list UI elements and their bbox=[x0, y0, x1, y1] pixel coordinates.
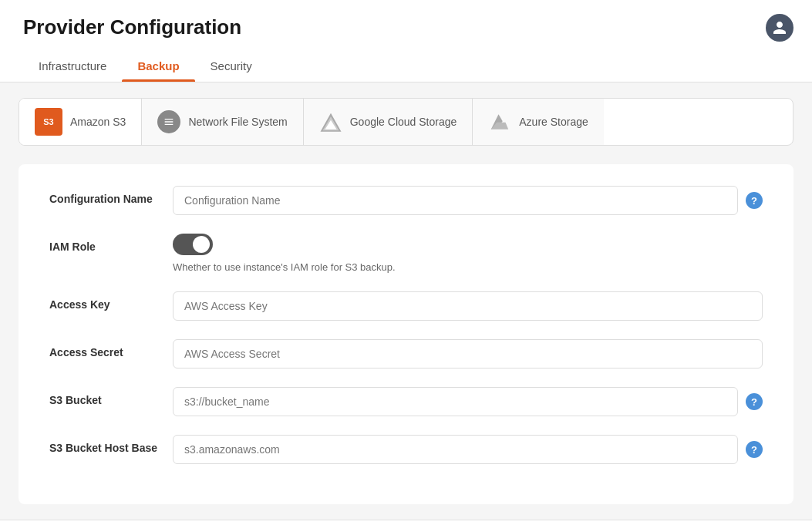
toggle-knob bbox=[193, 236, 210, 253]
configuration-name-help-icon[interactable]: ? bbox=[746, 192, 763, 209]
iam-role-label: IAM Role bbox=[49, 234, 173, 255]
configuration-name-label: Configuration Name bbox=[49, 186, 173, 207]
s3-bucket-host-base-wrap: ? bbox=[173, 435, 763, 464]
form-area: Configuration Name ? IAM Role Whether to… bbox=[19, 164, 793, 504]
top-tabs: Infrastructure Backup Security bbox=[23, 52, 789, 82]
access-key-input[interactable] bbox=[173, 291, 763, 321]
configuration-name-row: Configuration Name ? bbox=[49, 186, 763, 215]
page-title: Provider Configuration bbox=[23, 15, 789, 39]
s3-bucket-help-icon[interactable]: ? bbox=[746, 393, 763, 410]
provider-tab-label-amazon-s3: Amazon S3 bbox=[70, 116, 126, 128]
s3-bucket-row: S3 Bucket ? bbox=[49, 387, 763, 416]
tab-infrastructure[interactable]: Infrastructure bbox=[23, 52, 122, 82]
access-key-wrap bbox=[173, 291, 763, 321]
configuration-name-wrap: ? bbox=[173, 186, 763, 215]
gcs-icon bbox=[319, 111, 342, 133]
access-key-label: Access Key bbox=[49, 291, 173, 313]
s3-bucket-label: S3 Bucket bbox=[49, 387, 173, 409]
provider-tab-azure[interactable]: Azure Storage bbox=[473, 99, 604, 145]
footer: Cancel Save bbox=[0, 520, 812, 525]
tab-security[interactable]: Security bbox=[195, 52, 268, 82]
provider-tab-label-azure: Azure Storage bbox=[519, 115, 588, 129]
s3-bucket-host-base-input[interactable] bbox=[173, 435, 738, 464]
access-secret-wrap bbox=[173, 339, 763, 369]
provider-tab-amazon-s3[interactable]: S3 Amazon S3 bbox=[19, 99, 142, 145]
amazon-s3-icon: S3 bbox=[35, 108, 62, 136]
nfs-icon bbox=[157, 110, 180, 133]
access-key-row: Access Key bbox=[49, 291, 763, 321]
azure-icon bbox=[488, 111, 511, 133]
iam-role-wrap: Whether to use instance's IAM role for S… bbox=[173, 234, 763, 273]
iam-role-hint: Whether to use instance's IAM role for S… bbox=[173, 261, 396, 273]
s3-bucket-host-base-label: S3 Bucket Host Base bbox=[49, 435, 173, 456]
access-secret-row: Access Secret bbox=[49, 339, 763, 369]
configuration-name-input[interactable] bbox=[173, 186, 738, 215]
provider-tab-nfs[interactable]: Network File System bbox=[142, 99, 303, 145]
tab-backup[interactable]: Backup bbox=[122, 52, 194, 82]
provider-tabs: S3 Amazon S3 Network File System Google … bbox=[19, 98, 793, 146]
avatar[interactable] bbox=[766, 14, 793, 42]
s3-bucket-host-base-help-icon[interactable]: ? bbox=[746, 441, 763, 458]
iam-wrap: Whether to use instance's IAM role for S… bbox=[173, 234, 396, 273]
content-area: S3 Amazon S3 Network File System Google … bbox=[0, 82, 812, 520]
access-secret-label: Access Secret bbox=[49, 339, 173, 361]
iam-role-row: IAM Role Whether to use instance's IAM r… bbox=[49, 234, 763, 273]
provider-tab-label-nfs: Network File System bbox=[188, 115, 287, 129]
iam-role-toggle[interactable] bbox=[173, 234, 213, 255]
s3-bucket-wrap: ? bbox=[173, 387, 763, 416]
access-secret-input[interactable] bbox=[173, 339, 763, 369]
provider-tab-gcs[interactable]: Google Cloud Storage bbox=[304, 99, 473, 145]
s3-bucket-host-base-row: S3 Bucket Host Base ? bbox=[49, 435, 763, 464]
provider-tab-label-gcs: Google Cloud Storage bbox=[350, 115, 457, 129]
s3-bucket-input[interactable] bbox=[173, 387, 738, 416]
